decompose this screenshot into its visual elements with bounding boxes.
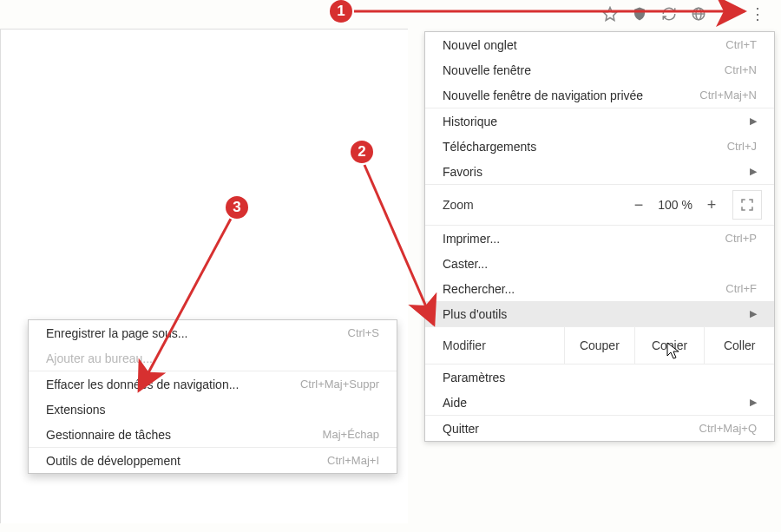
edit-paste-button[interactable]: Coller: [704, 327, 774, 364]
menu-shortcut: Ctrl+Maj+Q: [670, 422, 757, 435]
fullscreen-button[interactable]: [732, 190, 762, 220]
lock-icon[interactable]: [720, 6, 736, 22]
menu-shortcut: Maj+Échap: [292, 428, 379, 441]
menu-zoom-row: Zoom − 100 % +: [425, 185, 774, 225]
menu-label: Rechercher...: [443, 282, 670, 296]
shield-icon[interactable]: [632, 6, 647, 22]
star-icon[interactable]: [602, 6, 618, 22]
browser-toolbar: ⋮: [0, 0, 781, 28]
kebab-menu-icon[interactable]: ⋮: [750, 6, 765, 22]
menu-label: Paramètres: [443, 371, 757, 384]
submenu-extensions[interactable]: Extensions: [29, 397, 397, 422]
submenu-task-manager[interactable]: Gestionnaire de tâches Maj+Échap: [29, 422, 397, 447]
menu-label: Gestionnaire de tâches: [46, 428, 292, 442]
more-tools-submenu: Enregistrer la page sous... Ctrl+S Ajout…: [28, 319, 397, 474]
zoom-out-button[interactable]: −: [627, 193, 651, 217]
menu-shortcut: Ctrl+N: [670, 63, 757, 76]
mouse-cursor-icon: [666, 342, 680, 361]
menu-shortcut: Ctrl+Maj+Suppr: [292, 378, 379, 391]
menu-label: Imprimer...: [443, 232, 670, 246]
menu-label: Effacer les données de navigation...: [46, 378, 292, 391]
chevron-right-icon: ▶: [750, 115, 757, 127]
refresh-icon[interactable]: [661, 6, 677, 22]
zoom-value: 100 %: [651, 198, 699, 212]
svg-marker-0: [604, 8, 617, 21]
submenu-dev-tools[interactable]: Outils de développement Ctrl+Maj+I: [29, 448, 397, 473]
chevron-right-icon: ▶: [750, 397, 757, 408]
menu-new-window[interactable]: Nouvelle fenêtre Ctrl+N: [425, 57, 774, 82]
menu-label: Nouvel onglet: [443, 38, 670, 52]
menu-downloads[interactable]: Téléchargements Ctrl+J: [425, 134, 774, 159]
chrome-main-menu: Nouvel onglet Ctrl+T Nouvelle fenêtre Ct…: [424, 31, 775, 442]
menu-shortcut: Ctrl+J: [670, 140, 757, 153]
edit-cut-button[interactable]: Couper: [564, 327, 634, 364]
menu-shortcut: Ctrl+Maj+N: [670, 89, 757, 102]
menu-find[interactable]: Rechercher... Ctrl+F: [425, 276, 774, 301]
menu-new-incognito[interactable]: Nouvelle fenêtre de navigation privée Ct…: [425, 82, 774, 108]
menu-label: Nouvelle fenêtre: [443, 63, 670, 77]
menu-label: Historique: [443, 115, 750, 128]
menu-help[interactable]: Aide ▶: [425, 390, 774, 415]
menu-shortcut: Ctrl+P: [670, 232, 757, 245]
svg-rect-4: [725, 13, 732, 19]
globe-icon[interactable]: [691, 6, 706, 22]
menu-shortcut: Ctrl+T: [670, 38, 757, 51]
menu-label: Nouvelle fenêtre de navigation privée: [443, 89, 670, 102]
menu-bookmarks[interactable]: Favoris ▶: [425, 159, 774, 184]
menu-cast[interactable]: Caster...: [425, 251, 774, 276]
annotation-step-3: 3: [224, 194, 250, 220]
menu-label: Aide: [443, 396, 750, 410]
menu-label: Extensions: [46, 403, 379, 417]
annotation-step-2: 2: [349, 139, 375, 165]
menu-quit[interactable]: Quitter Ctrl+Maj+Q: [425, 416, 774, 441]
submenu-save-as[interactable]: Enregistrer la page sous... Ctrl+S: [29, 320, 397, 345]
menu-settings[interactable]: Paramètres: [425, 365, 774, 390]
menu-label: Quitter: [443, 422, 670, 436]
menu-print[interactable]: Imprimer... Ctrl+P: [425, 226, 774, 251]
menu-new-tab[interactable]: Nouvel onglet Ctrl+T: [425, 32, 774, 57]
menu-label: Zoom: [443, 198, 627, 212]
chevron-right-icon: ▶: [750, 166, 757, 177]
menu-label: Ajouter au bureau...: [46, 351, 379, 365]
zoom-in-button[interactable]: +: [699, 193, 724, 217]
submenu-add-desktop: Ajouter au bureau...: [29, 345, 397, 371]
menu-shortcut: Ctrl+F: [670, 282, 757, 295]
menu-shortcut: Ctrl+Maj+I: [292, 454, 379, 467]
menu-edit-row: Modifier Couper Copier Coller: [425, 327, 774, 364]
menu-label: Téléchargements: [443, 140, 670, 154]
chevron-right-icon: ▶: [750, 308, 757, 319]
menu-history[interactable]: Historique ▶: [425, 108, 774, 134]
menu-label: Favoris: [443, 165, 750, 179]
submenu-clear-data[interactable]: Effacer les données de navigation... Ctr…: [29, 371, 397, 397]
menu-label: Modifier: [443, 338, 564, 352]
menu-label: Outils de développement: [46, 454, 292, 468]
menu-label: Enregistrer la page sous...: [46, 326, 292, 340]
menu-more-tools[interactable]: Plus d'outils ▶: [425, 301, 774, 326]
menu-label: Plus d'outils: [443, 307, 750, 321]
menu-label: Caster...: [443, 257, 757, 271]
menu-shortcut: Ctrl+S: [292, 326, 379, 339]
